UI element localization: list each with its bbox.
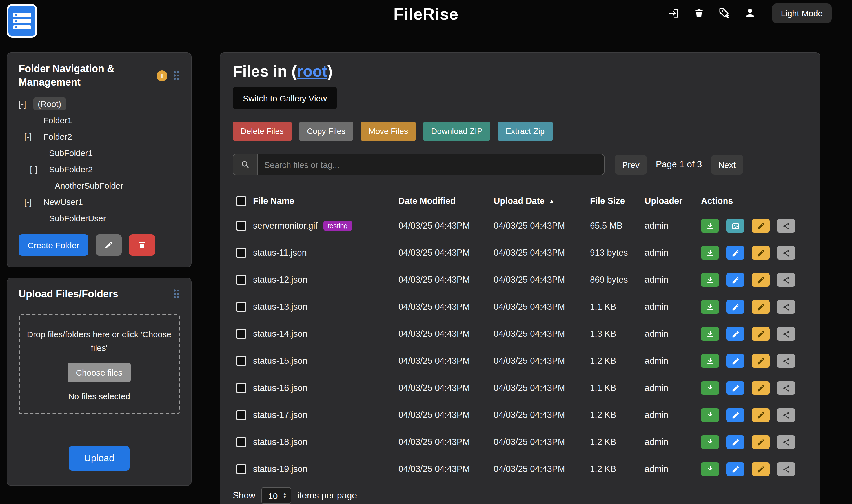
edit-button[interactable] (726, 408, 744, 422)
folder-label[interactable]: Folder2 (39, 130, 76, 143)
search-input[interactable] (258, 154, 604, 175)
trash-icon[interactable] (693, 6, 706, 20)
folder-label[interactable]: SubFolderUser (45, 212, 110, 225)
drag-handle-icon[interactable] (173, 70, 180, 80)
folder-label[interactable]: SubFolder1 (45, 146, 97, 159)
row-checkbox[interactable] (236, 356, 246, 366)
folder-toggle-icon[interactable]: [-] (30, 164, 45, 174)
file-name[interactable]: status-16.json (253, 383, 307, 393)
row-checkbox[interactable] (236, 221, 246, 231)
choose-files-button[interactable]: Choose files (67, 363, 131, 382)
column-header-file-name[interactable]: File Name (253, 196, 398, 206)
rename-button[interactable] (752, 354, 770, 368)
edit-button[interactable] (726, 273, 744, 287)
folder-label[interactable]: Folder1 (39, 114, 76, 127)
file-name[interactable]: status-19.json (253, 464, 307, 474)
copy-files-button[interactable]: Copy Files (299, 122, 353, 141)
edit-button[interactable] (726, 300, 744, 314)
download-button[interactable] (701, 327, 719, 341)
download-button[interactable] (701, 273, 719, 287)
column-header-upload-date[interactable]: Upload Date▲ (493, 196, 590, 206)
file-row[interactable]: status-14.json04/03/25 04:43PM04/03/25 0… (233, 320, 807, 347)
file-row[interactable]: status-19.json04/03/25 04:43PM04/03/25 0… (233, 455, 807, 483)
file-row[interactable]: status-15.json04/03/25 04:43PM04/03/25 0… (233, 347, 807, 375)
edit-button[interactable] (726, 327, 744, 341)
folder-toggle-icon[interactable]: [-] (24, 132, 39, 141)
folder-tree-item[interactable]: [-]NewUser1 (19, 194, 180, 210)
folder-label[interactable]: NewUser1 (39, 195, 87, 208)
column-header-uploader[interactable]: Uploader (645, 196, 701, 206)
next-page-button[interactable]: Next (711, 155, 743, 174)
share-button[interactable] (777, 354, 795, 368)
items-per-page-select[interactable]: 10 (261, 487, 291, 504)
file-name[interactable]: status-12.json (253, 275, 307, 285)
file-row[interactable]: status-18.json04/03/25 04:43PM04/03/25 0… (233, 429, 807, 455)
download-button[interactable] (701, 354, 719, 368)
share-button[interactable] (777, 273, 795, 287)
folder-label[interactable]: SubFolder2 (45, 163, 97, 176)
row-checkbox[interactable] (236, 248, 246, 258)
logout-icon[interactable] (667, 6, 681, 20)
dropzone[interactable]: Drop files/folders here or click 'Choose… (19, 314, 180, 414)
download-button[interactable] (701, 462, 719, 476)
file-name[interactable]: status-17.json (253, 410, 307, 420)
download-button[interactable] (701, 300, 719, 314)
extract-zip-button[interactable]: Extract Zip (498, 122, 553, 141)
column-header-date-modified[interactable]: Date Modified (398, 196, 493, 206)
share-button[interactable] (777, 462, 795, 476)
download-button[interactable] (701, 408, 719, 422)
select-all-checkbox[interactable] (236, 196, 246, 206)
download-button[interactable] (701, 219, 719, 233)
share-button[interactable] (777, 300, 795, 314)
file-name[interactable]: status-18.json (253, 437, 307, 447)
file-name[interactable]: status-13.json (253, 302, 307, 312)
delete-folder-button[interactable] (129, 234, 155, 256)
download-button[interactable] (701, 435, 719, 449)
create-folder-button[interactable]: Create Folder (19, 234, 88, 256)
edit-button[interactable] (726, 462, 744, 476)
delete-files-button[interactable]: Delete Files (233, 122, 292, 141)
preview-button[interactable] (726, 219, 744, 233)
rename-button[interactable] (752, 408, 770, 422)
folder-tree-item[interactable]: AnotherSubFolder (19, 177, 180, 194)
download-button[interactable] (701, 246, 719, 259)
file-name[interactable]: servermonitor.gif (253, 221, 317, 231)
rename-button[interactable] (752, 300, 770, 314)
rename-button[interactable] (752, 435, 770, 449)
rename-button[interactable] (752, 327, 770, 341)
file-row[interactable]: status-11.json04/03/25 04:43PM04/03/25 0… (233, 239, 807, 266)
row-checkbox[interactable] (236, 302, 246, 312)
folder-tree-item[interactable]: [-]SubFolder2 (19, 161, 180, 177)
gallery-view-button[interactable]: Switch to Gallery View (233, 87, 337, 109)
file-name[interactable]: status-15.json (253, 356, 307, 366)
app-logo-icon[interactable] (7, 4, 37, 38)
rename-button[interactable] (752, 381, 770, 395)
rename-button[interactable] (752, 462, 770, 476)
file-row[interactable]: servermonitor.giftesting04/03/25 04:43PM… (233, 212, 807, 239)
row-checkbox[interactable] (236, 275, 246, 285)
folder-toggle-icon[interactable]: [-] (24, 197, 39, 207)
edit-button[interactable] (726, 246, 744, 259)
drag-handle-icon[interactable] (173, 289, 180, 299)
rename-folder-button[interactable] (95, 234, 121, 256)
file-row[interactable]: status-12.json04/03/25 04:43PM04/03/25 0… (233, 266, 807, 293)
folder-tree-item[interactable]: SubFolderUser (19, 210, 180, 227)
edit-button[interactable] (726, 381, 744, 395)
share-button[interactable] (777, 408, 795, 422)
folder-label[interactable]: AnotherSubFolder (50, 179, 128, 192)
rename-button[interactable] (752, 219, 770, 233)
rename-button[interactable] (752, 273, 770, 287)
row-checkbox[interactable] (236, 383, 246, 393)
folder-label[interactable]: (Root) (33, 97, 66, 110)
file-row[interactable]: status-16.json04/03/25 04:43PM04/03/25 0… (233, 375, 807, 401)
upload-button[interactable]: Upload (69, 446, 129, 471)
share-button[interactable] (777, 381, 795, 395)
folder-tree-item[interactable]: [-]Folder2 (19, 128, 180, 145)
account-icon[interactable] (743, 6, 757, 20)
rename-button[interactable] (752, 246, 770, 259)
row-checkbox[interactable] (236, 410, 246, 420)
column-header-actions[interactable]: Actions (701, 196, 807, 206)
folder-tree-item[interactable]: [-](Root) (19, 96, 180, 112)
prev-page-button[interactable]: Prev (615, 155, 647, 174)
folder-tree-item[interactable]: Folder1 (19, 112, 180, 128)
